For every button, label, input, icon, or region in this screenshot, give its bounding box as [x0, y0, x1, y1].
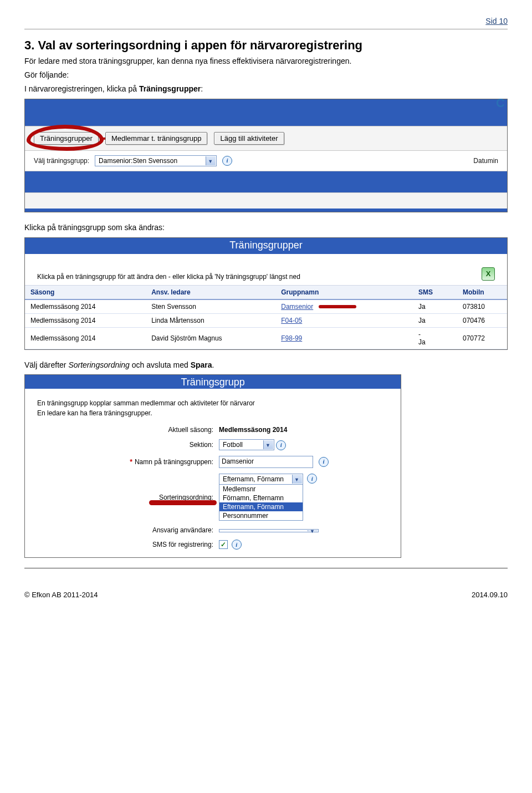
label-ansvarig: Ansvarig användare: [97, 526, 213, 534]
button-row: Träningsgrupper Medlemmar t. träningsgru… [25, 126, 507, 151]
cell-grupp: F04-05 [275, 313, 413, 327]
step-1-bold: Träningsgrupper [139, 84, 201, 93]
cell-ansv: David Sjöström Magnus [146, 327, 275, 349]
cell-mobil: 070476 [457, 313, 507, 327]
chevron-down-icon: ▼ [310, 528, 315, 534]
traningsgrupp-select-value: Damsenior:Sten Svensson [99, 157, 177, 165]
info-icon[interactable]: i [232, 540, 242, 550]
col-grupp: Gruppnamn [275, 285, 413, 299]
step-1-suffix: : [201, 84, 203, 93]
value-sasong: Medlemssäsong 2014 [219, 426, 388, 434]
step-3-bold: Spara [191, 360, 212, 369]
medlemmar-button[interactable]: Medlemmar t. träningsgrupp [105, 132, 208, 145]
chevron-down-icon: ▼ [294, 477, 299, 482]
chevron-down-icon: ▼ [208, 159, 213, 164]
namn-input[interactable]: Damsenior [219, 456, 313, 468]
logo-fragment: C [496, 96, 505, 110]
col-ansv: Ansv. ledare [146, 285, 275, 299]
cell-sasong: Medlemssäsong 2014 [25, 299, 146, 314]
blue-strip-bottom [25, 209, 507, 212]
section-para-1: För ledare med stora träningsgrupper, ka… [24, 56, 508, 67]
traningsgrupp-select[interactable]: Damsenior:Sten Svensson ▼ [95, 155, 217, 166]
row-sektion: Fotboll ▼ i [219, 439, 388, 450]
datum-label-fragment: Datumin [473, 157, 498, 165]
sortering-select-head[interactable]: Efternamn, Förnamn ▼ [219, 474, 303, 484]
row-namn: Damsenior i [219, 456, 388, 468]
cell-sms: Ja [413, 299, 457, 314]
sortering-select[interactable]: Efternamn, Förnamn ▼ MedlemsnrFörnamn, E… [219, 474, 303, 521]
info-icon[interactable]: i [319, 457, 329, 467]
cell-grupp: F98-99 [275, 327, 413, 349]
step-3-italic: Sorteringsordning [68, 360, 130, 369]
ss2-intro-row: Klicka på en träningsgrupp för att ändra… [25, 254, 507, 285]
group-link[interactable]: Damsenior [281, 303, 313, 311]
sortering-option-list: MedlemsnrFörnamn, EfternamnEfternamn, Fö… [219, 484, 303, 520]
cell-sasong: Medlemssäsong 2014 [25, 313, 146, 327]
label-sasong: Aktuell säsong: [97, 426, 213, 434]
col-sms: SMS [413, 285, 457, 299]
page-footer: © Efkon AB 2011-2014 2014.09.10 [24, 591, 508, 599]
cell-grupp: Damsenior [275, 299, 413, 314]
cell-sasong: Medlemssäsong 2014 [25, 327, 146, 349]
section-para-2: Gör följande: [24, 70, 508, 80]
table-header-row: Säsong Ansv. ledare Gruppnamn SMS Mobiln [25, 285, 507, 299]
footer-left: © Efkon AB 2011-2014 [24, 591, 98, 599]
grey-strip [25, 192, 507, 209]
screenshot-3: Träningsgrupp En träningsgrupp kopplar s… [24, 374, 401, 558]
select-row: Välj träningsgrupp: Damsenior:Sten Svens… [25, 151, 507, 171]
groups-table: Säsong Ansv. ledare Gruppnamn SMS Mobiln… [25, 285, 507, 349]
ss3-intro-line2: En ledare kan ha flera träningsgrupper. [37, 409, 152, 417]
label-namn-text: Namn på träningsgruppen: [135, 458, 213, 466]
ansvarig-select[interactable]: ▼ [219, 529, 319, 532]
info-icon[interactable]: i [307, 474, 317, 484]
label-sortering: Sorteringsordning: [97, 494, 213, 501]
sortering-option[interactable]: Medlemsnr [219, 485, 303, 494]
label-namn: *Namn på träningsgruppen: [97, 458, 213, 466]
step-3-text: Välj därefter Sorteringsordning och avsl… [24, 360, 508, 370]
required-asterisk: * [130, 458, 132, 466]
ss3-intro-line1: En träningsgrupp kopplar samman medlemma… [37, 399, 255, 407]
cell-ansv: Linda Mårtensson [146, 313, 275, 327]
blue-strip [25, 99, 507, 105]
sortering-option[interactable]: Förnamn, Efternamn [219, 494, 303, 502]
cell-mobil: 070772 [457, 327, 507, 349]
step-3-mid: och avsluta med [130, 360, 191, 369]
sektion-select[interactable]: Fotboll ▼ [219, 439, 274, 450]
lagg-till-aktiviteter-button[interactable]: Lägg till aktiviteter [214, 132, 284, 145]
col-mobil: Mobiln [457, 285, 507, 299]
screenshot-2: Träningsgrupper Klicka på en träningsgru… [24, 237, 508, 350]
cell-ansv: Sten Svensson [146, 299, 275, 314]
excel-icon[interactable]: X [482, 267, 495, 281]
info-icon[interactable]: i [276, 440, 286, 450]
step-1-prefix: I närvaroregistreringen, klicka på [24, 84, 139, 93]
group-link[interactable]: F04-05 [281, 317, 302, 324]
info-icon[interactable]: i [222, 156, 232, 166]
valj-label: Välj träningsgrupp: [34, 157, 89, 165]
header-rule [24, 29, 508, 29]
table-row[interactable]: Medlemssäsong 2014Sten SvenssonDamsenior… [25, 299, 507, 314]
blue-bar-mid [25, 171, 507, 192]
form-grid: Aktuell säsong: Medlemssäsong 2014 Sekti… [25, 424, 401, 557]
blue-bar-top [25, 105, 507, 126]
sortering-option[interactable]: Personnummer [219, 511, 303, 520]
screenshot-1: C Träningsgrupper Medlemmar t. träningsg… [24, 99, 508, 212]
groups-table-body: Medlemssäsong 2014Sten SvenssonDamsenior… [25, 299, 507, 349]
sortering-option[interactable]: Efternamn, Förnamn [219, 502, 303, 511]
row-sortering: Efternamn, Förnamn ▼ MedlemsnrFörnamn, E… [219, 474, 388, 521]
row-ansvarig: ▼ [219, 526, 388, 534]
ss2-intro-text: Klicka på en träningsgrupp för att ändra… [37, 273, 300, 281]
group-link[interactable]: F98-99 [281, 334, 302, 342]
page-number: Sid 10 [24, 17, 508, 26]
step-1-text: I närvaroregistreringen, klicka på Träni… [24, 84, 508, 94]
ss3-titlebar: Träningsgrupp [25, 375, 401, 389]
sektion-select-value: Fotboll [223, 441, 243, 449]
sortering-select-value: Efternamn, Förnamn [223, 475, 284, 483]
step-3-suffix: . [212, 360, 214, 369]
cell-sms: - Ja [413, 327, 457, 349]
cell-mobil: 073810 [457, 299, 507, 314]
table-row[interactable]: Medlemssäsong 2014Linda MårtenssonF04-05… [25, 313, 507, 327]
section-heading: 3. Val av sorteringsordning i appen för … [24, 38, 508, 53]
sms-checkbox[interactable]: ✓ [219, 540, 228, 549]
traningsgrupper-button[interactable]: Träningsgrupper [34, 132, 99, 145]
table-row[interactable]: Medlemssäsong 2014David Sjöström MagnusF… [25, 327, 507, 349]
